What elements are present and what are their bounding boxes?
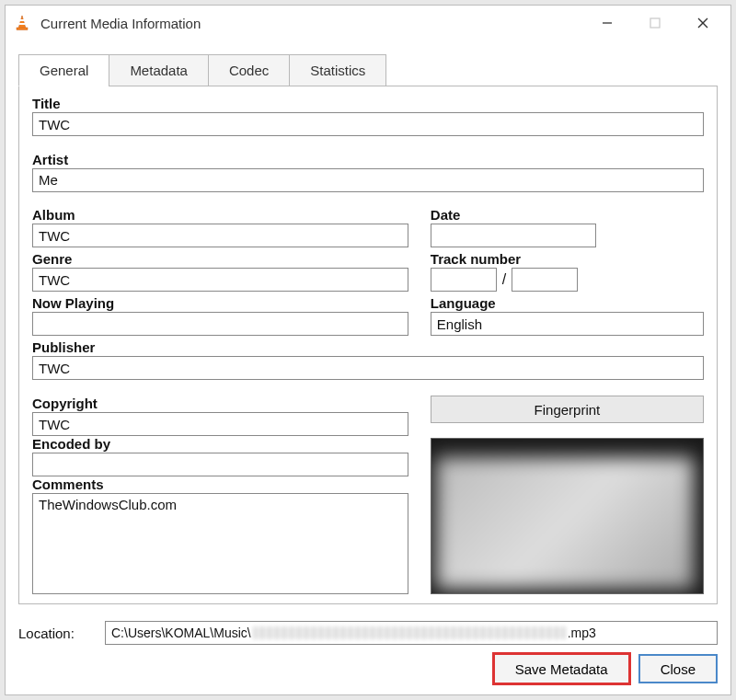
svg-rect-2: [17, 28, 28, 30]
location-path-suffix: .mp3: [568, 625, 596, 640]
artist-input[interactable]: [32, 168, 704, 192]
title-label: Title: [32, 96, 704, 111]
encodedby-input[interactable]: [32, 453, 408, 476]
album-input[interactable]: [32, 224, 408, 247]
save-metadata-button[interactable]: Save Metadata: [494, 654, 629, 683]
location-redacted: [253, 626, 566, 639]
titlebar: Current Media Information: [6, 6, 730, 40]
tracknum-input[interactable]: [431, 268, 497, 292]
close-button[interactable]: Close: [638, 654, 718, 683]
tracknum-label: Track number: [431, 251, 704, 267]
language-input[interactable]: [431, 312, 704, 336]
media-info-window: Current Media Information General Metada…: [5, 5, 731, 695]
artist-label: Artist: [32, 152, 704, 167]
track-slash: /: [502, 271, 506, 288]
nowplaying-input[interactable]: [32, 312, 408, 336]
genre-label: Genre: [32, 251, 408, 267]
svg-rect-1: [18, 23, 25, 25]
tab-codec[interactable]: Codec: [208, 54, 290, 86]
date-label: Date: [431, 207, 704, 223]
location-path-prefix: C:\Users\KOMAL\Music\: [111, 625, 251, 640]
nowplaying-label: Now Playing: [32, 295, 408, 311]
general-panel: Title Artist Album Date Genre: [18, 86, 718, 604]
vlc-cone-icon: [13, 14, 31, 32]
location-input[interactable]: C:\Users\KOMAL\Music\ .mp3: [105, 621, 718, 645]
copyright-input[interactable]: [32, 412, 408, 436]
fingerprint-button[interactable]: Fingerprint: [431, 396, 704, 423]
close-window-button[interactable]: [679, 6, 727, 40]
publisher-input[interactable]: [32, 356, 704, 380]
comments-label: Comments: [32, 476, 408, 492]
bottom-bar: Location: C:\Users\KOMAL\Music\ .mp3 Sav…: [6, 612, 730, 694]
tab-general[interactable]: General: [18, 54, 109, 86]
cover-art-thumbnail: [431, 438, 704, 594]
content-area: General Metadata Codec Statistics Title …: [6, 40, 730, 612]
svg-rect-4: [650, 18, 660, 28]
tab-metadata[interactable]: Metadata: [109, 54, 209, 86]
copyright-label: Copyright: [32, 396, 408, 411]
publisher-label: Publisher: [32, 339, 704, 355]
language-label: Language: [431, 295, 704, 311]
title-input[interactable]: [32, 112, 704, 136]
album-label: Album: [32, 207, 408, 223]
tab-bar: General Metadata Codec Statistics: [18, 53, 718, 86]
minimize-button[interactable]: [583, 6, 631, 40]
maximize-button: [631, 6, 679, 40]
encodedby-label: Encoded by: [32, 436, 408, 452]
location-label: Location:: [18, 625, 92, 641]
tracktotal-input[interactable]: [512, 268, 578, 292]
date-input[interactable]: [431, 224, 596, 247]
svg-rect-0: [19, 19, 25, 21]
window-title: Current Media Information: [40, 16, 201, 31]
tab-statistics[interactable]: Statistics: [289, 54, 386, 86]
genre-input[interactable]: [32, 268, 408, 292]
comments-input[interactable]: [32, 493, 408, 594]
